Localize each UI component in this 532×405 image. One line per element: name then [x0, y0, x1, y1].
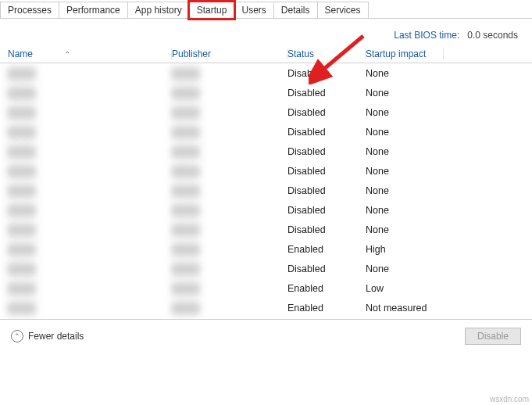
- cell-status: Enabled: [287, 283, 366, 294]
- bios-time-label: Last BIOS time:: [394, 30, 459, 41]
- cell-name: ████: [0, 224, 172, 235]
- chevron-up-icon: ⌃: [11, 330, 23, 342]
- cell-impact: None: [366, 185, 444, 196]
- tab-processes[interactable]: Processes: [0, 2, 59, 18]
- cell-status: Disabled: [287, 127, 366, 138]
- cell-impact: None: [366, 166, 444, 177]
- table-row[interactable]: ████████DisabledNone: [0, 220, 532, 239]
- cell-impact: Low: [366, 283, 444, 294]
- cell-publisher: ████: [172, 205, 287, 216]
- cell-status: Enabled: [287, 303, 366, 314]
- cell-impact: Not measured: [366, 303, 444, 314]
- cell-publisher: ████: [172, 166, 287, 177]
- cell-impact: None: [366, 224, 444, 235]
- column-header-name[interactable]: Name ⌃: [0, 48, 172, 59]
- column-headers: Name ⌃ Publisher Status Startup impact: [0, 45, 532, 63]
- cell-name: ████: [0, 185, 172, 196]
- cell-publisher: ████: [172, 68, 287, 79]
- column-header-status[interactable]: Status: [287, 48, 366, 59]
- table-row[interactable]: ████████EnabledNot measured: [0, 298, 532, 317]
- cell-status: Disabled: [287, 224, 366, 235]
- startup-list[interactable]: ████████DisabledNone ████████DisabledNon…: [0, 63, 532, 320]
- cell-name: ████: [0, 68, 172, 79]
- cell-publisher: ████: [172, 127, 287, 138]
- cell-status: Disabled: [287, 263, 366, 274]
- cell-impact: None: [366, 68, 444, 79]
- cell-impact: None: [366, 127, 444, 138]
- cell-status: Disabled: [287, 166, 366, 177]
- table-row[interactable]: ████████DisabledNone: [0, 200, 532, 220]
- table-row[interactable]: ████████DisabledNone: [0, 142, 532, 161]
- watermark: wsxdn.com: [490, 395, 529, 403]
- table-row[interactable]: ████████EnabledLow: [0, 278, 532, 298]
- tab-performance[interactable]: Performance: [59, 2, 128, 18]
- fewer-details-toggle[interactable]: ⌃ Fewer details: [11, 330, 84, 342]
- fewer-details-label: Fewer details: [28, 331, 84, 342]
- cell-publisher: ████: [172, 244, 287, 255]
- footer: ⌃ Fewer details Disable: [0, 320, 532, 353]
- cell-status: Disabled: [287, 107, 366, 118]
- cell-impact: None: [366, 263, 444, 274]
- column-header-publisher[interactable]: Publisher: [172, 48, 287, 59]
- cell-impact: High: [366, 244, 444, 255]
- cell-name: ████: [0, 127, 172, 138]
- table-row[interactable]: ████████DisabledNone: [0, 122, 532, 142]
- cell-status: Disabled: [287, 205, 366, 216]
- table-row[interactable]: ████████DisabledNone: [0, 161, 532, 181]
- cell-publisher: ████: [172, 224, 287, 235]
- cell-name: ████: [0, 146, 172, 157]
- cell-publisher: ████: [172, 283, 287, 294]
- tab-app-history[interactable]: App history: [127, 2, 190, 18]
- table-row[interactable]: ████████DisabledNone: [0, 63, 532, 83]
- cell-status: Disabled: [287, 68, 366, 79]
- column-header-name-label: Name: [8, 48, 33, 59]
- bios-time-row: Last BIOS time: 0.0 seconds: [0, 19, 532, 45]
- cell-name: ████: [0, 205, 172, 216]
- cell-status: Disabled: [287, 185, 366, 196]
- cell-status: Disabled: [287, 88, 366, 99]
- cell-name: ████: [0, 244, 172, 255]
- cell-impact: None: [366, 107, 444, 118]
- cell-publisher: ████: [172, 88, 287, 99]
- cell-status: Disabled: [287, 146, 366, 157]
- column-header-impact[interactable]: Startup impact: [366, 48, 444, 59]
- cell-publisher: ████: [172, 107, 287, 118]
- cell-status: Enabled: [287, 244, 366, 255]
- cell-name: ████: [0, 88, 172, 99]
- cell-name: ████: [0, 107, 172, 118]
- cell-name: ████: [0, 303, 172, 314]
- sort-caret-icon: ⌃: [64, 50, 70, 59]
- table-row[interactable]: ████████DisabledNone: [0, 259, 532, 278]
- tab-startup[interactable]: Startup: [189, 2, 235, 19]
- cell-impact: None: [366, 88, 444, 99]
- cell-publisher: ████: [172, 146, 287, 157]
- cell-name: ████: [0, 283, 172, 294]
- tab-users[interactable]: Users: [234, 2, 273, 18]
- cell-publisher: ████: [172, 303, 287, 314]
- table-row[interactable]: ████████DisabledNone: [0, 102, 532, 122]
- table-row[interactable]: ████████EnabledHigh: [0, 239, 532, 259]
- cell-publisher: ████: [172, 185, 287, 196]
- bios-time-value: 0.0 seconds: [467, 30, 518, 41]
- table-row[interactable]: ████████DisabledNone: [0, 181, 532, 200]
- tab-bar: Processes Performance App history Startu…: [0, 0, 532, 19]
- tab-services[interactable]: Services: [317, 2, 369, 18]
- cell-publisher: ████: [172, 263, 287, 274]
- disable-button[interactable]: Disable: [465, 328, 521, 345]
- cell-impact: None: [366, 205, 444, 216]
- cell-impact: None: [366, 146, 444, 157]
- cell-name: ████: [0, 166, 172, 177]
- tab-details[interactable]: Details: [273, 2, 318, 18]
- table-row[interactable]: ████████DisabledNone: [0, 83, 532, 102]
- column-header-spacer: [444, 48, 532, 59]
- cell-name: ████: [0, 263, 172, 274]
